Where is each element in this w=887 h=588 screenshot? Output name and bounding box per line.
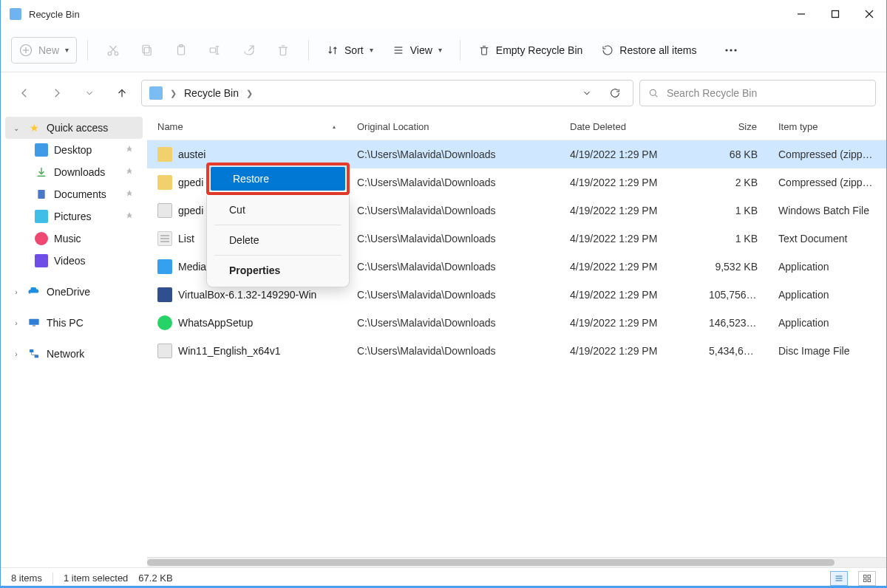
sort-label: Sort — [344, 44, 364, 56]
context-menu-item-cut[interactable]: Cut — [207, 196, 349, 223]
sidebar-item-network[interactable]: › Network — [5, 343, 143, 365]
iso-icon — [157, 343, 172, 358]
cell-item-type: Application — [768, 289, 886, 301]
close-button[interactable] — [852, 0, 886, 28]
cell-date-deleted: 4/19/2022 1:29 PM — [560, 177, 699, 188]
thumbnails-view-button[interactable] — [858, 571, 876, 586]
address-bar[interactable]: ❯ Recycle Bin ❯ — [141, 80, 633, 106]
nav-recent-button[interactable] — [76, 80, 103, 106]
view-label: View — [410, 44, 432, 56]
status-selection-size: 67.2 KB — [138, 572, 172, 584]
search-input[interactable]: Search Recycle Bin — [639, 80, 876, 106]
pin-icon — [125, 211, 137, 222]
titlebar: Recycle Bin — [1, 0, 886, 28]
svg-line-19 — [248, 46, 254, 51]
status-selection-count: 1 item selected — [64, 572, 128, 584]
cell-name: VirtualBox-6.1.32-149290-Win — [147, 287, 347, 302]
cell-size: 105,756 KB — [699, 289, 768, 301]
downloads-icon — [35, 165, 48, 179]
pin-icon — [125, 144, 137, 156]
view-button[interactable]: View ▾ — [385, 37, 449, 64]
cell-date-deleted: 4/19/2022 1:29 PM — [560, 148, 699, 160]
search-icon — [648, 87, 659, 99]
column-label: Original Location — [357, 121, 429, 132]
cell-size: 2 KB — [699, 177, 768, 188]
chevron-down-icon: ⌄ — [11, 124, 21, 132]
svg-rect-30 — [29, 319, 38, 325]
status-bar: 8 items 1 item selected 67.2 KB — [1, 567, 886, 588]
empty-recycle-bin-button[interactable]: Empty Recycle Bin — [471, 37, 590, 64]
sidebar-item-onedrive[interactable]: › OneDrive — [5, 281, 143, 303]
chevron-right-icon: › — [11, 350, 21, 358]
column-label: Date Deleted — [570, 121, 626, 132]
breadcrumb-root[interactable]: Recycle Bin — [184, 87, 239, 99]
cell-size: 5,434,622 … — [699, 345, 768, 357]
table-row[interactable]: Win11_English_x64v1C:\Users\Malavida\Dow… — [147, 337, 886, 365]
horizontal-scrollbar[interactable] — [147, 557, 886, 567]
cell-original-location: C:\Users\Malavida\Downloads — [347, 205, 560, 216]
column-header-name[interactable]: Name ▴ — [147, 121, 347, 132]
sidebar-item-downloads[interactable]: Downloads — [5, 161, 143, 183]
desktop-icon — [35, 143, 48, 157]
column-header-item-type[interactable]: Item type — [768, 121, 886, 132]
separator — [87, 40, 88, 61]
svg-rect-40 — [868, 579, 871, 582]
file-name: gpedi — [178, 205, 203, 216]
details-view-button[interactable] — [830, 571, 848, 586]
maximize-button[interactable] — [818, 0, 852, 28]
address-dropdown-button[interactable] — [577, 88, 597, 98]
separator — [214, 255, 341, 256]
svg-rect-1 — [832, 11, 839, 18]
sidebar-item-label: Documents — [54, 188, 119, 200]
sidebar-item-desktop[interactable]: Desktop — [5, 139, 143, 161]
cell-original-location: C:\Users\Malavida\Downloads — [347, 148, 560, 160]
cell-name: austei — [147, 147, 347, 162]
nav-forward-button[interactable] — [44, 80, 70, 106]
chevron-right-icon: ❯ — [246, 89, 253, 98]
sidebar-item-quick-access[interactable]: ⌄ ★ Quick access — [5, 117, 143, 139]
onedrive-icon — [27, 285, 41, 298]
sidebar-item-pictures[interactable]: Pictures — [5, 205, 143, 228]
column-header-size[interactable]: Size — [699, 121, 768, 132]
txt-icon — [157, 231, 172, 246]
nav-back-button[interactable] — [11, 80, 38, 106]
new-button[interactable]: New ▾ — [11, 37, 77, 64]
more-button[interactable] — [716, 37, 746, 64]
scrollbar-thumb[interactable] — [147, 559, 835, 566]
nav-up-button[interactable] — [109, 80, 135, 106]
restore-all-items-button[interactable]: Restore all items — [594, 37, 704, 64]
minimize-button[interactable] — [784, 0, 818, 28]
column-header-original-location[interactable]: Original Location — [347, 121, 560, 132]
context-menu-item-delete[interactable]: Delete — [207, 227, 349, 253]
music-icon — [35, 232, 48, 245]
column-header-date-deleted[interactable]: Date Deleted — [560, 121, 699, 132]
sidebar-item-music[interactable]: Music — [5, 228, 143, 250]
this-pc-icon — [27, 316, 41, 329]
sidebar-item-videos[interactable]: Videos — [5, 250, 143, 272]
context-menu-label: Restore — [233, 173, 269, 185]
paste-button[interactable] — [166, 37, 196, 64]
context-menu-item-properties[interactable]: Properties — [207, 257, 349, 284]
sidebar-item-label: This PC — [47, 317, 137, 329]
cell-name: WhatsAppSetup — [147, 315, 347, 330]
table-row[interactable]: WhatsAppSetupC:\Users\Malavida\Downloads… — [147, 309, 886, 337]
copy-button[interactable] — [132, 37, 162, 64]
share-button[interactable] — [234, 37, 264, 64]
delete-button[interactable] — [268, 37, 298, 64]
svg-rect-33 — [35, 355, 38, 358]
refresh-button[interactable] — [605, 87, 625, 99]
context-menu-label: Cut — [229, 204, 245, 216]
sidebar-item-label: Downloads — [54, 166, 119, 178]
window-title: Recycle Bin — [29, 9, 80, 20]
file-name: VirtualBox-6.1.32-149290-Win — [178, 289, 316, 301]
search-placeholder: Search Recycle Bin — [667, 87, 757, 99]
cut-button[interactable] — [98, 37, 128, 64]
sort-button[interactable]: Sort ▾ — [319, 37, 381, 64]
sidebar-item-documents[interactable]: Documents — [5, 183, 143, 205]
cell-size: 146,523 KB — [699, 317, 768, 329]
rename-button[interactable] — [200, 37, 230, 64]
new-button-label: New — [38, 44, 59, 56]
sidebar-item-this-pc[interactable]: › This PC — [5, 312, 143, 334]
context-menu-item-restore[interactable]: Restore — [211, 167, 345, 191]
column-label: Name — [157, 121, 183, 132]
